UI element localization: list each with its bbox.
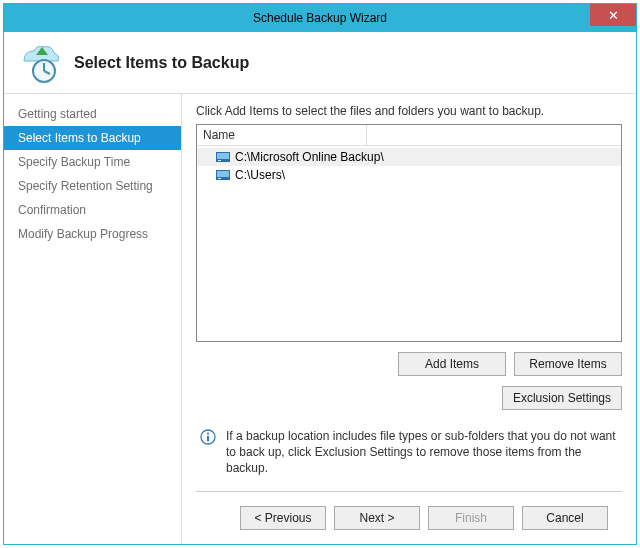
next-button[interactable]: Next > (334, 506, 420, 530)
list-body: C:\Microsoft Online Backup\ C:\Users\ (197, 146, 621, 341)
main-panel: Click Add Items to select the files and … (182, 94, 636, 544)
list-item-path: C:\Users\ (235, 168, 285, 182)
list-item[interactable]: C:\Microsoft Online Backup\ (197, 148, 621, 166)
drive-icon (215, 167, 231, 183)
drive-icon (215, 149, 231, 165)
step-confirmation[interactable]: Confirmation (4, 198, 181, 222)
svg-rect-5 (218, 160, 221, 161)
previous-button[interactable]: < Previous (240, 506, 326, 530)
close-icon: ✕ (608, 8, 619, 23)
remove-items-button[interactable]: Remove Items (514, 352, 622, 376)
info-row: If a backup location includes file types… (196, 428, 622, 477)
svg-rect-8 (218, 178, 221, 179)
step-getting-started[interactable]: Getting started (4, 102, 181, 126)
exclusion-settings-button[interactable]: Exclusion Settings (502, 386, 622, 410)
titlebar: Schedule Backup Wizard ✕ (4, 4, 636, 32)
finish-button: Finish (428, 506, 514, 530)
wizard-footer: < Previous Next > Finish Cancel (196, 492, 622, 544)
svg-rect-7 (217, 171, 229, 177)
close-button[interactable]: ✕ (590, 4, 636, 26)
wizard-steps-nav: Getting started Select Items to Backup S… (4, 94, 182, 544)
page-title: Select Items to Backup (74, 54, 249, 72)
info-icon (200, 429, 216, 445)
svg-rect-4 (217, 153, 229, 159)
items-listbox[interactable]: Name C:\Microsoft Online Backup\ C:\User… (196, 124, 622, 342)
step-select-items[interactable]: Select Items to Backup (4, 126, 181, 150)
list-header: Name (197, 125, 621, 146)
item-buttons-row: Add Items Remove Items (196, 352, 622, 376)
wizard-body: Getting started Select Items to Backup S… (4, 94, 636, 544)
list-item-path: C:\Microsoft Online Backup\ (235, 150, 384, 164)
step-specify-time[interactable]: Specify Backup Time (4, 150, 181, 174)
step-retention[interactable]: Specify Retention Setting (4, 174, 181, 198)
wizard-header: Select Items to Backup (4, 32, 636, 94)
step-progress[interactable]: Modify Backup Progress (4, 222, 181, 246)
wizard-window: Schedule Backup Wizard ✕ Select Items to… (3, 3, 637, 545)
backup-wizard-icon (18, 41, 62, 85)
column-name[interactable]: Name (197, 125, 367, 145)
svg-point-10 (207, 432, 209, 434)
exclusion-button-row: Exclusion Settings (196, 386, 622, 410)
instruction-text: Click Add Items to select the files and … (196, 104, 622, 118)
add-items-button[interactable]: Add Items (398, 352, 506, 376)
cancel-button[interactable]: Cancel (522, 506, 608, 530)
info-text: If a backup location includes file types… (226, 428, 618, 477)
svg-rect-11 (207, 436, 209, 442)
list-item[interactable]: C:\Users\ (197, 166, 621, 184)
window-title: Schedule Backup Wizard (253, 11, 387, 25)
